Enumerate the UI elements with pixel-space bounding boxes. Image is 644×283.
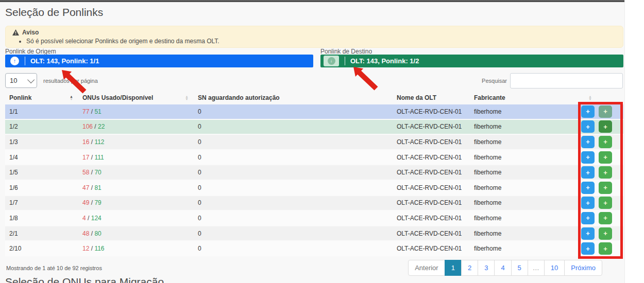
sn-pending-cell: 0 [194,169,393,176]
pagination: Anterior12345…10Próximo [408,260,602,276]
vendor-cell: fiberhome [470,123,577,130]
add-destination-button[interactable]: + [599,151,612,164]
chevron-down-icon [27,76,35,83]
pagination-previous[interactable]: Anterior [408,260,445,276]
add-destination-button[interactable]: + [599,242,612,255]
pagination-page-1[interactable]: 1 [445,260,462,276]
warning-alert-title: Aviso [12,29,616,36]
vendor-cell: fiberhome [470,199,577,206]
bar-divider [345,57,345,65]
add-origin-button[interactable]: + [581,227,595,240]
add-origin-button[interactable]: + [581,120,595,133]
ponlink-cell: 1/7 [5,199,78,206]
add-origin-button[interactable]: + [581,136,595,148]
column-label: Ponlink [9,94,31,101]
ponlink-cell: 2/1 [5,230,78,237]
onus-separator: / [86,215,91,222]
add-destination-button[interactable]: + [599,197,612,209]
onus-available-value: 111 [94,154,104,161]
add-origin-button[interactable]: + [581,242,595,255]
warning-title-text: Aviso [22,29,39,36]
pagination-page-4[interactable]: 4 [494,260,511,276]
table-row: 1/558 / 700OLT-ACE-RVD-CEN-01fiberhome++ [5,165,623,181]
add-destination-button[interactable]: + [599,212,612,224]
onus-cell: 4 / 124 [78,215,194,222]
olt-name-cell: OLT-ACE-RVD-CEN-01 [393,108,470,115]
pagination-next[interactable]: Próximo [564,260,602,276]
onus-cell: 58 / 70 [78,169,194,176]
warning-alert: Aviso Só é possível selecionar Ponlinks … [5,26,623,48]
add-destination-button[interactable]: + [599,105,612,118]
sort-icon: ▲▼ [588,95,592,100]
pagination-page-10[interactable]: 10 [544,260,565,276]
sort-icon: ▲▼ [70,95,73,100]
add-origin-button[interactable]: + [581,197,595,209]
table-header-row: Ponlink▲▼ONUs Usado/Disponível▲▼SN aguar… [5,91,623,104]
onus-used-value: 16 [82,138,89,146]
add-destination-button[interactable]: + [599,182,612,194]
sort-down-arrow: ▼ [70,98,73,100]
add-destination-button[interactable]: + [599,120,612,133]
top-window-edge [0,0,624,2]
sn-pending-cell: 0 [194,230,393,237]
vendor-cell: fiberhome [470,169,577,176]
pagination-page-3[interactable]: 3 [478,260,495,276]
sn-pending-cell: 0 [194,199,393,206]
sn-pending-cell: 0 [194,215,393,222]
pagination-ellipsis: … [528,260,545,276]
onus-cell: 48 / 80 [78,230,194,237]
add-origin-button[interactable]: + [581,151,595,164]
add-origin-button[interactable]: + [581,105,595,118]
page-length-select[interactable]: 10 [5,73,37,88]
onus-used-value: 106 [82,123,93,130]
olt-name-cell: OLT-ACE-RVD-CEN-01 [393,230,470,237]
actions-cell: ++ [577,151,623,164]
add-destination-button[interactable]: + [599,166,612,179]
column-label: Fabricante [474,94,505,101]
add-destination-button[interactable]: + [599,227,612,240]
add-destination-button[interactable]: + [599,136,612,148]
onus-used-value: 58 [82,169,89,176]
warning-message: Só é possível selecionar Ponlinks de ori… [26,38,616,45]
column-header-ponlink[interactable]: Ponlink▲▼ [5,91,78,104]
page-title: Seleção de Ponlinks [5,6,103,19]
add-origin-button[interactable]: + [581,166,595,179]
column-header-sn-aguardando-autoriza-o: SN aguardando autorização [194,91,393,104]
origin-ponlink-bar[interactable]: ↑ OLT: 143, Ponlink: 1/1 [5,55,313,67]
column-header-actions[interactable]: ▲▼ [577,91,623,104]
onus-separator: / [89,245,94,252]
add-origin-button[interactable]: + [581,182,595,194]
arrow-up-circle-icon: ↑ [10,57,19,65]
sort-down-arrow: ▼ [588,98,592,100]
onus-cell: 106 / 22 [78,123,194,130]
column-header-onus-usado-dispon-vel[interactable]: ONUs Usado/Disponível▲▼ [78,91,194,104]
pagination-page-5[interactable]: 5 [511,260,528,276]
table-row: 2/1012 / 1160OLT-ACE-RVD-CEN-01fiberhome… [5,241,623,257]
page-length-suffix: resultados por página [43,78,98,84]
add-origin-button[interactable]: + [581,212,595,224]
onus-cell: 12 / 116 [78,245,194,252]
actions-cell: ++ [577,182,623,194]
onus-cell: 16 / 112 [78,138,194,146]
actions-cell: ++ [577,120,623,133]
destination-ponlink-label: Ponlink de Destino [320,48,372,55]
onus-separator: / [89,184,94,191]
column-header-fabricante: Fabricante [470,91,577,104]
sn-pending-cell: 0 [194,184,393,191]
table-row: 1/84 / 1240OLT-ACE-RVD-CEN-01fiberhome++ [5,211,623,226]
bar-divider [25,57,25,65]
sn-pending-cell: 0 [194,123,393,130]
onus-separator: / [89,138,94,146]
ponlink-cell: 1/8 [5,215,78,222]
vendor-cell: fiberhome [470,154,577,161]
ponlink-cell: 2/10 [5,245,78,252]
onus-available-value: 79 [94,199,101,206]
ponlink-cell: 1/5 [5,169,78,176]
destination-ponlink-bar[interactable]: ↓ OLT: 143, Ponlink: 1/2 [320,55,623,67]
pagination-page-2[interactable]: 2 [461,260,478,276]
olt-name-cell: OLT-ACE-RVD-CEN-01 [393,123,470,130]
onus-used-value: 49 [82,199,89,206]
table-row: 1/417 / 1110OLT-ACE-RVD-CEN-01fiberhome+… [5,150,623,166]
olt-name-cell: OLT-ACE-RVD-CEN-01 [393,199,470,206]
search-input[interactable] [510,73,623,89]
